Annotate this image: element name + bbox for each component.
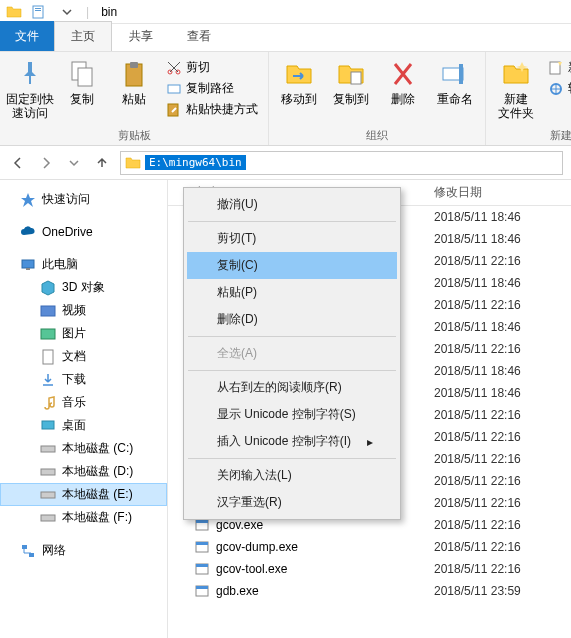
file-name: gcov.exe: [216, 518, 263, 532]
svg-rect-15: [550, 62, 560, 74]
label: 视频: [62, 302, 86, 319]
file-date: 2018/5/11 22:16: [428, 474, 571, 488]
file-row[interactable]: gdb.exe2018/5/11 23:59: [168, 580, 571, 602]
new-item-button[interactable]: 新建项目 ▾: [544, 58, 571, 77]
file-date: 2018/5/11 22:16: [428, 254, 571, 268]
ctx-select-all[interactable]: 全选(A): [187, 340, 397, 367]
ctx-close-ime[interactable]: 关闭输入法(L): [187, 462, 397, 489]
music-icon: [40, 395, 56, 411]
sidebar-3d-objects[interactable]: 3D 对象: [0, 276, 167, 299]
scissors-icon: [166, 60, 182, 76]
new-folder-button[interactable]: 新建 文件夹: [492, 56, 540, 121]
group-label: 新建: [492, 126, 571, 143]
forward-button[interactable]: [36, 153, 56, 173]
label: 网络: [42, 542, 66, 559]
sidebar-desktop[interactable]: 桌面: [0, 414, 167, 437]
sidebar-disk-e[interactable]: 本地磁盘 (E:): [0, 483, 167, 506]
nav-bar: E:\mingw64\bin: [0, 146, 571, 180]
svg-rect-58: [196, 520, 208, 523]
label: 下载: [62, 371, 86, 388]
separator: [188, 221, 396, 222]
cut-button[interactable]: 剪切: [162, 58, 262, 77]
file-date: 2018/5/11 18:46: [428, 210, 571, 224]
sidebar-this-pc[interactable]: 此电脑: [0, 253, 167, 276]
ctx-show-unicode[interactable]: 显示 Unicode 控制字符(S): [187, 401, 397, 428]
sidebar-music[interactable]: 音乐: [0, 391, 167, 414]
sidebar-downloads[interactable]: 下载: [0, 368, 167, 391]
tab-view[interactable]: 查看: [170, 21, 228, 51]
address-path[interactable]: E:\mingw64\bin: [145, 155, 246, 170]
back-button[interactable]: [8, 153, 28, 173]
copy-icon: [66, 58, 98, 90]
svg-rect-12: [351, 72, 361, 84]
drive-icon: [40, 464, 56, 480]
svg-rect-28: [29, 553, 34, 557]
label: 本地磁盘 (F:): [62, 509, 132, 526]
ctx-undo[interactable]: 撤消(U): [187, 191, 397, 218]
pin-to-quick-access-button[interactable]: 固定到快 速访问: [6, 56, 54, 121]
label: 复制到: [333, 92, 369, 106]
file-date: 2018/5/11 18:46: [428, 386, 571, 400]
copy-path-button[interactable]: 复制路径: [162, 79, 262, 98]
rename-button[interactable]: 重命名: [431, 56, 479, 106]
file-date: 2018/5/11 22:16: [428, 496, 571, 510]
ribbon-group-organize: 移动到 复制到 删除 重命名 组织: [269, 52, 486, 145]
svg-rect-5: [78, 68, 92, 86]
sidebar-videos[interactable]: 视频: [0, 299, 167, 322]
paste-button[interactable]: 粘贴: [110, 56, 158, 106]
ctx-reconvert[interactable]: 汉字重选(R): [187, 489, 397, 516]
ctx-cut[interactable]: 剪切(T): [187, 225, 397, 252]
tab-home[interactable]: 主页: [54, 21, 112, 51]
file-row[interactable]: gcov-tool.exe2018/5/11 22:16: [168, 558, 571, 580]
sidebar-disk-c[interactable]: 本地磁盘 (C:): [0, 437, 167, 460]
sidebar-onedrive[interactable]: OneDrive: [0, 221, 167, 243]
address-bar[interactable]: E:\mingw64\bin: [120, 151, 563, 175]
ctx-insert-unicode[interactable]: 插入 Unicode 控制字符(I) ▸: [187, 428, 397, 455]
column-date[interactable]: 修改日期: [428, 184, 571, 201]
label: 固定到快 速访问: [6, 92, 54, 121]
file-date: 2018/5/11 22:16: [428, 342, 571, 356]
svg-rect-64: [196, 586, 208, 589]
svg-rect-27: [22, 545, 27, 549]
move-to-button[interactable]: 移动到: [275, 56, 323, 106]
tab-share[interactable]: 共享: [112, 21, 170, 51]
sidebar-disk-f[interactable]: 本地磁盘 (F:): [0, 506, 167, 529]
move-icon: [283, 58, 315, 90]
label: 文档: [62, 348, 86, 365]
file-date: 2018/5/11 22:16: [428, 298, 571, 312]
ctx-rtl[interactable]: 从右到左的阅读顺序(R): [187, 374, 397, 401]
qat-chevron-down-icon[interactable]: [56, 1, 78, 23]
label: 此电脑: [42, 256, 78, 273]
sidebar-pictures[interactable]: 图片: [0, 322, 167, 345]
label: 剪切: [186, 59, 210, 76]
ctx-delete[interactable]: 删除(D): [187, 306, 397, 333]
ctx-copy[interactable]: 复制(C): [187, 252, 397, 279]
tab-file[interactable]: 文件: [0, 21, 54, 51]
ctx-paste[interactable]: 粘贴(P): [187, 279, 397, 306]
file-date: 2018/5/11 22:16: [428, 540, 571, 554]
sidebar-disk-d[interactable]: 本地磁盘 (D:): [0, 460, 167, 483]
document-icon: [40, 349, 56, 365]
sidebar-quick-access[interactable]: 快速访问: [0, 188, 167, 211]
label: 复制: [70, 92, 94, 106]
paste-icon: [118, 58, 150, 90]
easy-access-button[interactable]: 轻松访问 ▾: [544, 79, 571, 98]
svg-rect-17: [22, 260, 34, 268]
sidebar-documents[interactable]: 文档: [0, 345, 167, 368]
folder-icon: [125, 155, 141, 171]
paste-shortcut-button[interactable]: 粘贴快捷方式: [162, 100, 262, 119]
qat-properties[interactable]: [28, 1, 50, 23]
copy-to-button[interactable]: 复制到: [327, 56, 375, 106]
label: 本地磁盘 (E:): [62, 486, 133, 503]
up-button[interactable]: [92, 153, 112, 173]
ribbon-group-new: 新建 文件夹 新建项目 ▾ 轻松访问 ▾ 新建: [486, 52, 571, 145]
sidebar-network[interactable]: 网络: [0, 539, 167, 562]
file-row[interactable]: gcov-dump.exe2018/5/11 22:16: [168, 536, 571, 558]
new-folder-icon: [500, 58, 532, 90]
recent-dropdown[interactable]: [64, 153, 84, 173]
label: 快速访问: [42, 191, 90, 208]
svg-rect-2: [35, 10, 41, 11]
delete-button[interactable]: 删除: [379, 56, 427, 106]
copy-button[interactable]: 复制: [58, 56, 106, 106]
separator: |: [86, 5, 89, 19]
